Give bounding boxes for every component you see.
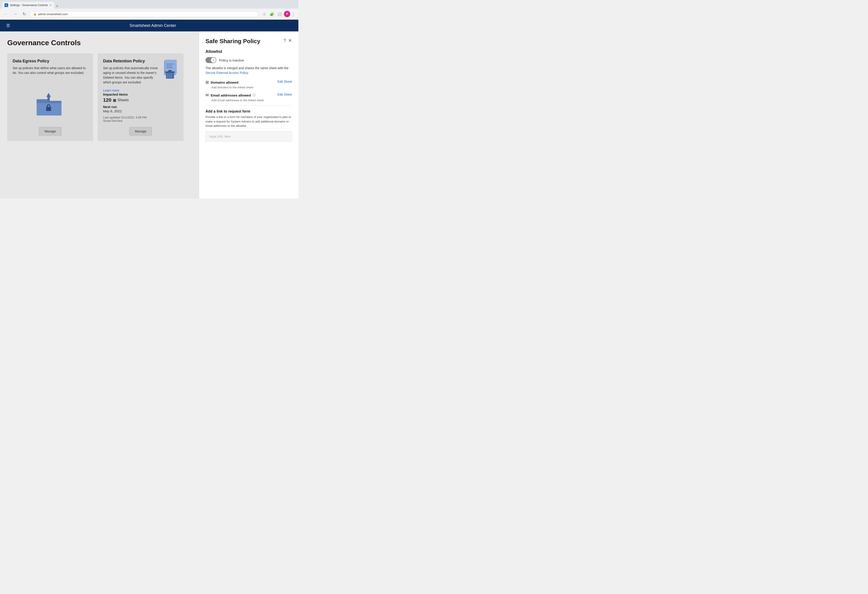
extensions-button[interactable]: 🧩 xyxy=(269,10,275,18)
side-panel: Safe Sharing Policy ? ✕ Allowlist ✕ Poli… xyxy=(199,31,298,198)
egress-manage-button[interactable]: Manage xyxy=(39,127,62,136)
tab-favicon: S xyxy=(4,3,8,7)
next-run-label: Next run xyxy=(103,105,178,109)
toggle-row: ✕ Policy is inactive xyxy=(205,57,292,63)
egress-card-title: Data Egress Policy xyxy=(13,59,88,64)
reload-button[interactable]: ↻ xyxy=(21,10,28,18)
impacted-count: 120 xyxy=(103,97,111,103)
svg-rect-1 xyxy=(37,99,48,102)
impacted-label: Impacted items xyxy=(103,92,178,96)
policy-toggle[interactable]: ✕ xyxy=(205,57,216,63)
app-title: Smartsheet Admin Center xyxy=(12,23,294,28)
email-sub: Add Email addresses to the linked sheet xyxy=(205,99,292,102)
help-button[interactable]: ? xyxy=(283,38,286,43)
egress-card-desc: Set up policies that define what users a… xyxy=(13,66,88,75)
toggle-knob: ✕ xyxy=(211,58,216,63)
main-content: Governance Controls Data Egress Policy S… xyxy=(0,31,199,198)
egress-card: Data Egress Policy Set up policies that … xyxy=(7,53,93,141)
domains-left: ⊞ Domains allowed xyxy=(205,80,238,85)
email-label: Email addresses allowed xyxy=(211,93,251,97)
hamburger-menu[interactable]: ☰ xyxy=(4,22,12,29)
domains-icon: ⊞ xyxy=(205,80,209,85)
panel-header-icons: ? ✕ xyxy=(283,38,292,43)
back-button[interactable]: ← xyxy=(3,10,9,18)
url-bar-input[interactable]: 🔒 admin.smartsheet.com xyxy=(30,11,258,17)
svg-rect-9 xyxy=(166,67,173,68)
add-link-desc: Provide a link to a form for members of … xyxy=(205,115,292,128)
svg-rect-10 xyxy=(166,72,174,79)
close-panel-button[interactable]: ✕ xyxy=(288,38,292,43)
panel-title: Safe Sharing Policy xyxy=(205,38,260,45)
email-left: ✉ Email addresses allowed ⓘ xyxy=(205,93,255,98)
domains-row: ⊞ Domains allowed Edit Sheet xyxy=(205,80,292,85)
policy-note-text: The allowlist is merged and shares the s… xyxy=(205,66,288,70)
top-nav: ☰ Smartsheet Admin Center xyxy=(0,20,298,31)
next-run-date: May 6, 2022 xyxy=(103,109,178,113)
forward-button[interactable]: → xyxy=(12,10,19,18)
svg-rect-3 xyxy=(46,107,51,111)
card-stats: Impacted items 120 ▣ Sheets xyxy=(103,92,178,103)
page-title: Governance Controls xyxy=(7,38,192,47)
last-updated: Last updated 3/11/2022, 3:06 PM Smart De… xyxy=(103,116,178,123)
more-menu-button[interactable]: ⋮ xyxy=(291,11,296,17)
retention-card-desc: Set up policies that automatically move … xyxy=(103,66,158,85)
svg-rect-7 xyxy=(166,64,174,64)
retention-illustration xyxy=(162,59,178,79)
email-icon: ✉ xyxy=(205,93,209,98)
retention-card: Data Retention Policy Set up policies th… xyxy=(97,53,183,141)
toolbar-icons: ☆ 🧩 ⬜ P ⋮ xyxy=(261,10,296,18)
domains-sub: Add domains to the linked sheet xyxy=(205,86,292,89)
retention-manage-button[interactable]: Manage xyxy=(129,127,152,136)
policy-note-end: . xyxy=(248,71,249,75)
next-run: Next run May 6, 2022 xyxy=(103,105,178,113)
allowlist-heading: Allowlist xyxy=(205,49,292,54)
policy-note: The allowlist is merged and shares the s… xyxy=(205,66,292,75)
split-view-button[interactable]: ⬜ xyxy=(276,10,283,18)
panel-header: Safe Sharing Policy ? ✕ xyxy=(205,38,292,45)
content-area: Governance Controls Data Egress Policy S… xyxy=(0,31,298,198)
toggle-label: Policy is inactive xyxy=(219,58,244,62)
url-input[interactable] xyxy=(205,132,292,142)
profile-button[interactable]: P xyxy=(284,11,290,17)
tab-bar: S Settings - Governance Controls × + xyxy=(0,0,298,9)
lock-icon: 🔒 xyxy=(33,12,37,16)
secure-access-link[interactable]: Secure External Access Policy xyxy=(205,71,248,75)
egress-illustration xyxy=(34,91,66,115)
bookmark-button[interactable]: ☆ xyxy=(261,10,268,18)
impacted-unit: Sheets xyxy=(118,98,129,102)
browser-chrome: S Settings - Governance Controls × + ← →… xyxy=(0,0,298,20)
svg-rect-8 xyxy=(166,65,172,66)
app: ☰ Smartsheet Admin Center Governance Con… xyxy=(0,20,298,198)
impacted-value: 120 ▣ Sheets xyxy=(103,97,178,103)
sheet-icon: ▣ xyxy=(113,98,116,102)
url-bar: ← → ↻ 🔒 admin.smartsheet.com ☆ 🧩 ⬜ P ⋮ xyxy=(0,9,298,19)
add-link-section: Add a link to request form Provide a lin… xyxy=(205,109,292,142)
email-edit-link[interactable]: Edit Sheet xyxy=(278,93,292,96)
domains-label: Domains allowed xyxy=(211,80,238,84)
cards-row: Data Egress Policy Set up policies that … xyxy=(7,53,192,141)
add-link-title: Add a link to request form xyxy=(205,109,292,114)
tab-close-button[interactable]: × xyxy=(50,3,51,7)
tab-title: Settings - Governance Controls xyxy=(10,4,48,7)
email-row: ✉ Email addresses allowed ⓘ Edit Sheet xyxy=(205,93,292,98)
egress-illustration-area xyxy=(13,79,88,127)
retention-card-title: Data Retention Policy xyxy=(103,59,158,64)
toggle-x-icon: ✕ xyxy=(213,59,214,62)
active-tab[interactable]: S Settings - Governance Controls × xyxy=(2,2,54,9)
domains-edit-link[interactable]: Edit Sheet xyxy=(278,80,292,83)
info-icon: ⓘ xyxy=(253,93,255,97)
learn-more-link[interactable]: Learn more xyxy=(103,89,120,92)
svg-rect-15 xyxy=(168,70,172,72)
new-tab-button[interactable]: + xyxy=(54,4,61,9)
url-text: admin.smartsheet.com xyxy=(38,12,68,16)
